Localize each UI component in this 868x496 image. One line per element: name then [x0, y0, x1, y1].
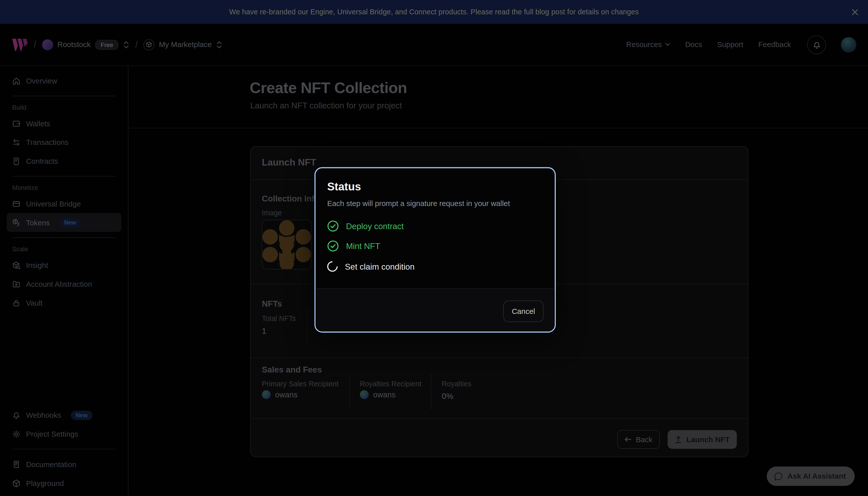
sidebar-item-label: Playground — [26, 479, 64, 487]
sidebar-item-universal-bridge[interactable]: Universal Bridge — [6, 194, 121, 213]
check-circle-icon — [327, 240, 339, 251]
modal-subtitle: Each step will prompt a signature reques… — [327, 199, 510, 207]
thirdweb-logo[interactable] — [12, 38, 28, 51]
chevrons-up-down-icon — [216, 40, 223, 49]
card-footer-divider — [251, 418, 748, 419]
bell-icon — [812, 40, 821, 49]
chevrons-up-down-icon — [123, 40, 129, 49]
nav-feedback[interactable]: Feedback — [758, 41, 791, 49]
sidebar-item-tokens[interactable]: Tokens New — [6, 213, 121, 232]
nav-resources-label: Resources — [626, 41, 662, 49]
recipient-name: owans — [275, 390, 298, 399]
total-nfts-label: Total NFTs — [262, 314, 296, 323]
credit-card-icon — [12, 200, 20, 208]
column-divider-dashed — [307, 310, 307, 341]
check-circle-icon — [327, 220, 339, 232]
total-nfts-value: 1 — [262, 326, 266, 335]
sidebar-item-label: Account Abstraction — [26, 280, 92, 288]
new-badge: New — [59, 218, 81, 227]
upload-icon — [675, 436, 682, 444]
sidebar-item-label: Transactions — [26, 138, 68, 146]
coins-icon — [12, 218, 20, 227]
step-label: Mint NFT — [346, 241, 380, 250]
primary-sales-recipient: owans — [262, 390, 298, 399]
launch-button-label: Launch NFT — [686, 435, 730, 444]
step-set-claim-condition: Set claim condition — [327, 260, 414, 273]
primary-sales-recipient-label: Primary Sales Recipient — [262, 379, 339, 388]
spinner-icon — [325, 259, 340, 274]
modal-title: Status — [327, 180, 361, 193]
user-avatar[interactable] — [841, 37, 856, 52]
page-title: Create NFT Collection — [250, 79, 407, 97]
book-icon — [12, 460, 20, 469]
sidebar-heading-scale: Scale — [12, 246, 115, 252]
new-badge: New — [71, 410, 93, 420]
sidebar-item-overview[interactable]: Overview — [6, 72, 121, 90]
sidebar-item-transactions[interactable]: Transactions — [6, 133, 121, 152]
project-selector[interactable]: My Marketplace — [143, 39, 223, 50]
ask-ai-assistant-button[interactable]: Ask AI Assistant — [767, 467, 855, 486]
nav-resources[interactable]: Resources — [626, 41, 670, 49]
app-root: We have re-branded our Engine, Universal… — [0, 0, 868, 496]
sidebar-item-label: Insight — [26, 261, 48, 269]
card-title: Launch NFT — [262, 157, 316, 168]
team-selector[interactable]: Rootstock Free — [42, 39, 130, 50]
sidebar-item-account-abstraction[interactable]: Account Abstraction — [6, 275, 121, 293]
folder-icon — [12, 280, 20, 288]
modal-footer: Cancel — [315, 288, 555, 331]
sidebar-item-label: Universal Bridge — [26, 200, 81, 208]
thirdweb-logo-icon — [12, 38, 28, 51]
wallet-avatar — [360, 390, 369, 399]
step-label: Deploy contract — [346, 221, 404, 230]
top-bar: / Rootstock Free / My Marketplace Resour… — [0, 24, 868, 66]
back-button-label: Back — [636, 435, 652, 444]
image-label: Image — [262, 209, 282, 217]
wallet-icon — [12, 119, 20, 127]
sidebar-item-playground[interactable]: Playground — [6, 474, 121, 493]
chat-bubble-icon — [774, 472, 783, 481]
chevron-down-icon — [665, 43, 670, 46]
column-divider-dashed — [431, 375, 431, 409]
announcement-banner: We have re-branded our Engine, Universal… — [0, 0, 868, 24]
sidebar-item-project-settings[interactable]: Project Settings — [6, 424, 121, 444]
ask-ai-label: Ask AI Assistant — [788, 472, 846, 480]
bell-icon — [12, 411, 20, 420]
nav-support[interactable]: Support — [717, 41, 743, 49]
breadcrumb-slash: / — [34, 39, 36, 50]
page-divider — [128, 128, 868, 128]
section-divider-dashed — [251, 357, 748, 358]
close-icon — [851, 8, 859, 16]
step-mint-nft: Mint NFT — [327, 239, 380, 252]
project-name: My Marketplace — [159, 41, 212, 49]
notifications-button[interactable] — [807, 35, 826, 54]
sidebar-item-documentation[interactable]: Documentation — [6, 455, 121, 474]
sidebar-item-label: Project Settings — [26, 430, 78, 438]
team-avatar — [42, 39, 53, 50]
banner-close-button[interactable] — [849, 5, 862, 18]
nav-docs-label: Docs — [685, 41, 702, 49]
nft-artwork — [262, 220, 311, 269]
back-button[interactable]: Back — [617, 430, 660, 449]
step-deploy-contract: Deploy contract — [327, 219, 404, 232]
status-modal: Status Each step will prompt a signature… — [314, 167, 556, 332]
nfts-heading: NFTs — [262, 299, 282, 308]
sidebar-item-webhooks[interactable]: Webhooks New — [6, 406, 121, 424]
sidebar-item-label: Contracts — [26, 157, 58, 165]
nav-feedback-label: Feedback — [758, 41, 791, 49]
step-label: Set claim condition — [345, 262, 415, 271]
cancel-button[interactable]: Cancel — [503, 300, 544, 322]
collection-image-preview — [262, 220, 312, 269]
nav-docs[interactable]: Docs — [685, 41, 702, 49]
plan-badge: Free — [95, 40, 119, 49]
sidebar-item-wallets[interactable]: Wallets — [6, 114, 121, 133]
wallet-avatar — [262, 390, 271, 399]
sidebar-item-contracts[interactable]: Contracts — [6, 152, 121, 171]
sidebar-item-vault[interactable]: Vault — [6, 293, 121, 312]
sidebar-item-insight[interactable]: Insight — [6, 256, 121, 275]
royalties-recipient-label: Royalties Recipient — [360, 379, 421, 388]
launch-nft-button[interactable]: Launch NFT — [668, 430, 737, 449]
project-icon-ring — [143, 39, 154, 50]
page-subtitle: Launch an NFT collection for your projec… — [250, 100, 402, 110]
sidebar-divider — [12, 449, 115, 449]
sidebar-item-label: Wallets — [26, 119, 50, 127]
